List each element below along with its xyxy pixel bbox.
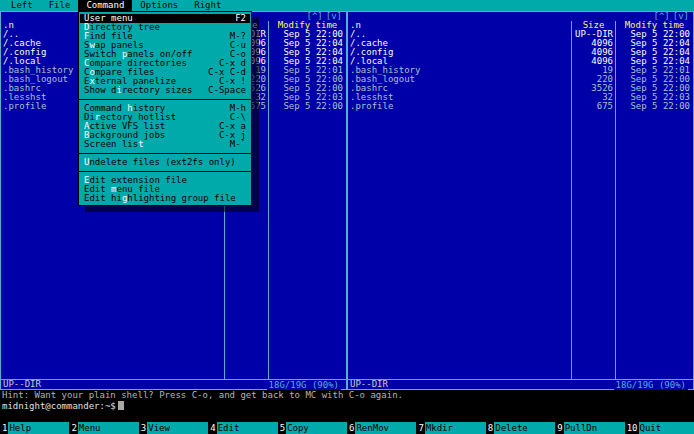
menu-hotkey-letter: g (122, 193, 127, 203)
fkey-label: Delete (494, 422, 555, 434)
menu-item-undelete-files-ext2fs-only[interactable]: Undelete files (ext2fs only) (80, 158, 250, 167)
fkey-number: 10 (625, 422, 639, 434)
menu-separator (80, 95, 250, 104)
file-size: 4096 (571, 57, 615, 66)
text-cursor (118, 401, 124, 410)
file-mtime: Sep 5 22:03 (268, 93, 346, 102)
column-header-mtime[interactable]: Modify time (625, 21, 685, 30)
fkey-number: 9 (555, 422, 563, 434)
history-up-icon[interactable]: [^] (653, 12, 669, 21)
history-down-icon[interactable]: [v] (673, 12, 689, 21)
fkey-edit-button[interactable]: 4Edit (208, 422, 277, 434)
command-menu: User menuF2Directory treeFind fileM-?Swa… (78, 11, 252, 206)
menu-item-shortcut: M-` (224, 140, 246, 149)
menubar-item-command[interactable]: Command (78, 0, 132, 11)
sort-indicator: .n (3, 21, 14, 30)
fkey-number: 3 (139, 422, 147, 434)
fkey-label: View (147, 422, 208, 434)
menu-item-label: Edit highlighting group file (84, 194, 236, 203)
shell-prompt: midnight@commander:~$ (2, 401, 116, 411)
fkey-view-button[interactable]: 3View (139, 422, 208, 434)
fkey-number: 5 (278, 422, 286, 434)
file-mtime: Sep 5 22:00 (268, 102, 346, 111)
file-row-[interactable]: /..UP--DIRSep 5 22:00 (348, 30, 693, 39)
file-name: .bash_logout (348, 75, 571, 84)
fkey-number: 1 (0, 422, 8, 434)
column-header-size[interactable]: Size (583, 21, 605, 30)
menu-item-edit-highlighting-group-file[interactable]: Edit highlighting group file (80, 194, 250, 203)
function-key-bar: 1Help2Menu3View4Edit5Copy6RenMov7Mkdir8D… (0, 422, 694, 434)
fkey-menu-button[interactable]: 2Menu (69, 422, 138, 434)
empty-time-column (615, 111, 693, 379)
menu-item-shortcut: F2 (229, 14, 246, 23)
menubar-item-right[interactable]: Right (186, 0, 229, 11)
fkey-label: Mkdir (425, 422, 486, 434)
hint-line: Hint: Want your plain shell? Press C-o, … (0, 390, 694, 401)
file-mtime: Sep 5 22:00 (615, 30, 693, 39)
file-mtime: Sep 5 22:03 (615, 93, 693, 102)
file-row-lesshst[interactable]: .lesshst32Sep 5 22:03 (348, 93, 693, 102)
fkey-label: Edit (217, 422, 278, 434)
menu-item-show-directory-sizes[interactable]: Show directory sizesC-Space (80, 86, 250, 95)
menubar-item-file[interactable]: File (41, 0, 79, 11)
menu-item-screen-list[interactable]: Screen listM-` (80, 140, 250, 149)
file-mtime: Sep 5 22:04 (615, 48, 693, 57)
file-size: 220 (571, 75, 615, 84)
menu-item-label: Screen list (84, 140, 144, 149)
fkey-label: PullDn (564, 422, 625, 434)
file-row-config[interactable]: /.config4096Sep 5 22:04 (348, 48, 693, 57)
file-mtime: Sep 5 22:04 (615, 57, 693, 66)
file-name: .lesshst (348, 93, 571, 102)
file-size: 19 (571, 66, 615, 75)
fkey-delete-button[interactable]: 8Delete (486, 422, 555, 434)
file-mtime: Sep 5 22:01 (268, 66, 346, 75)
file-mtime: Sep 5 22:04 (268, 57, 346, 66)
fkey-number: 8 (486, 422, 494, 434)
file-row-bash-logout[interactable]: .bash_logout220Sep 5 22:00 (348, 75, 693, 84)
file-row-profile[interactable]: .profile675Sep 5 22:00 (348, 102, 693, 111)
fkey-label: RenMov (355, 422, 416, 434)
command-line[interactable]: midnight@commander:~$ (0, 401, 694, 412)
menubar-item-left[interactable]: Left (3, 0, 41, 11)
menubar-item-options[interactable]: Options (132, 0, 186, 11)
fkey-renmov-button[interactable]: 6RenMov (347, 422, 416, 434)
file-row-local[interactable]: /.local4096Sep 5 22:04 (348, 57, 693, 66)
file-mtime: Sep 5 22:00 (615, 84, 693, 93)
file-size: 4096 (571, 48, 615, 57)
empty-name-column (348, 111, 571, 379)
file-size: 675 (571, 102, 615, 111)
menu-separator (80, 167, 250, 176)
file-size: UP--DIR (571, 30, 615, 39)
file-size: 32 (571, 93, 615, 102)
file-name: /.local (348, 57, 571, 66)
file-row-cache[interactable]: /.cache4096Sep 5 22:04 (348, 39, 693, 48)
mc-application: LeftFileCommandOptionsRight [^] [v] .n N… (0, 0, 694, 434)
fkey-quit-button[interactable]: 10Quit (625, 422, 694, 434)
file-mtime: Sep 5 22:00 (268, 30, 346, 39)
fkey-copy-button[interactable]: 5Copy (278, 422, 347, 434)
fkey-mkdir-button[interactable]: 7Mkdir (416, 422, 485, 434)
menu-item-shortcut: C-Space (202, 86, 246, 95)
file-row-bashrc[interactable]: .bashrc3526Sep 5 22:00 (348, 84, 693, 93)
menu-separator (80, 149, 250, 158)
fkey-pulldn-button[interactable]: 9PullDn (555, 422, 624, 434)
file-name: .bash_history (348, 66, 571, 75)
fkey-number: 2 (69, 422, 77, 434)
file-size: 3526 (571, 84, 615, 93)
free-space: 18G/19G (90%) (267, 381, 341, 390)
menu-hotkey-letter: U (84, 157, 89, 167)
file-mtime: Sep 5 22:00 (268, 75, 346, 84)
history-down-icon[interactable]: [v] (326, 12, 342, 21)
history-up-icon[interactable]: [^] (306, 12, 322, 21)
fkey-number: 4 (208, 422, 216, 434)
fkey-label: Help (8, 422, 69, 434)
fkey-help-button[interactable]: 1Help (0, 422, 69, 434)
file-name: /.cache (348, 39, 571, 48)
column-header-mtime[interactable]: Modify time (278, 21, 338, 30)
free-space: 18G/19G (90%) (614, 381, 688, 390)
fkey-label: Copy (286, 422, 347, 434)
right-panel: [^] [v] .n Name Size Modify time /..UP--… (347, 11, 694, 390)
menu-item-label: Undelete files (ext2fs only) (84, 158, 236, 167)
file-name: .profile (348, 102, 571, 111)
file-row-bash-history[interactable]: .bash_history19Sep 5 22:01 (348, 66, 693, 75)
